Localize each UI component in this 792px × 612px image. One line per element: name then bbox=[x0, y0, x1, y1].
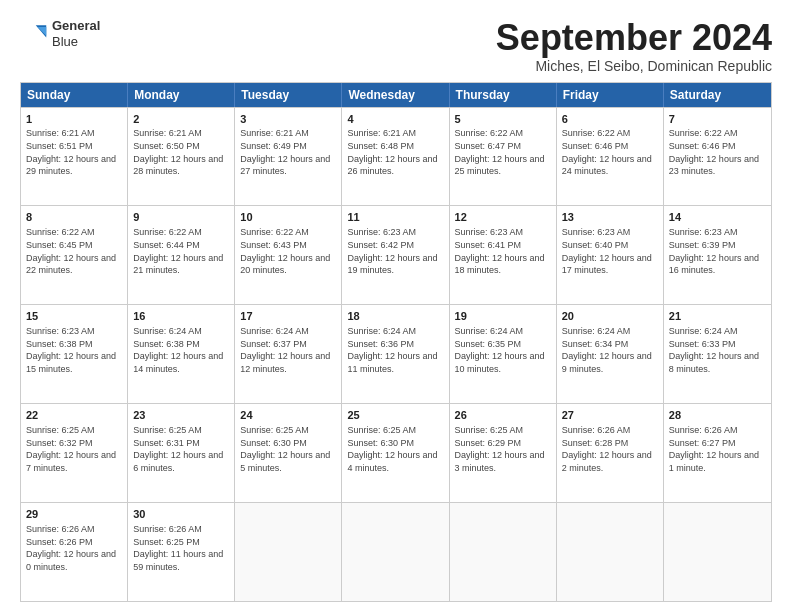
cal-cell-r2c3: 18Sunrise: 6:24 AM Sunset: 6:36 PM Dayli… bbox=[342, 305, 449, 403]
cal-cell-r4c1: 30Sunrise: 6:26 AM Sunset: 6:25 PM Dayli… bbox=[128, 503, 235, 601]
day-info: Sunrise: 6:25 AM Sunset: 6:30 PM Dayligh… bbox=[240, 424, 336, 474]
day-number: 30 bbox=[133, 507, 229, 522]
day-info: Sunrise: 6:23 AM Sunset: 6:41 PM Dayligh… bbox=[455, 226, 551, 276]
logo-line2: Blue bbox=[52, 34, 100, 50]
header-day-thursday: Thursday bbox=[450, 83, 557, 107]
day-number: 25 bbox=[347, 408, 443, 423]
cal-cell-r2c6: 21Sunrise: 6:24 AM Sunset: 6:33 PM Dayli… bbox=[664, 305, 771, 403]
header-day-tuesday: Tuesday bbox=[235, 83, 342, 107]
cal-cell-r3c3: 25Sunrise: 6:25 AM Sunset: 6:30 PM Dayli… bbox=[342, 404, 449, 502]
day-info: Sunrise: 6:22 AM Sunset: 6:46 PM Dayligh… bbox=[669, 127, 766, 177]
page-header: General Blue September 2024 Miches, El S… bbox=[20, 18, 772, 74]
logo-text: General Blue bbox=[52, 18, 100, 49]
calendar-row-3: 22Sunrise: 6:25 AM Sunset: 6:32 PM Dayli… bbox=[21, 403, 771, 502]
day-number: 29 bbox=[26, 507, 122, 522]
cal-cell-r0c4: 5Sunrise: 6:22 AM Sunset: 6:47 PM Daylig… bbox=[450, 108, 557, 206]
cal-cell-r1c0: 8Sunrise: 6:22 AM Sunset: 6:45 PM Daylig… bbox=[21, 206, 128, 304]
calendar-body: 1Sunrise: 6:21 AM Sunset: 6:51 PM Daylig… bbox=[21, 107, 771, 601]
calendar-row-4: 29Sunrise: 6:26 AM Sunset: 6:26 PM Dayli… bbox=[21, 502, 771, 601]
calendar-row-2: 15Sunrise: 6:23 AM Sunset: 6:38 PM Dayli… bbox=[21, 304, 771, 403]
cal-cell-r1c6: 14Sunrise: 6:23 AM Sunset: 6:39 PM Dayli… bbox=[664, 206, 771, 304]
header-day-sunday: Sunday bbox=[21, 83, 128, 107]
day-info: Sunrise: 6:23 AM Sunset: 6:42 PM Dayligh… bbox=[347, 226, 443, 276]
day-info: Sunrise: 6:24 AM Sunset: 6:33 PM Dayligh… bbox=[669, 325, 766, 375]
cal-cell-r3c0: 22Sunrise: 6:25 AM Sunset: 6:32 PM Dayli… bbox=[21, 404, 128, 502]
month-title: September 2024 bbox=[496, 18, 772, 58]
day-number: 26 bbox=[455, 408, 551, 423]
day-info: Sunrise: 6:21 AM Sunset: 6:48 PM Dayligh… bbox=[347, 127, 443, 177]
cal-cell-r1c1: 9Sunrise: 6:22 AM Sunset: 6:44 PM Daylig… bbox=[128, 206, 235, 304]
header-day-friday: Friday bbox=[557, 83, 664, 107]
day-number: 28 bbox=[669, 408, 766, 423]
day-number: 15 bbox=[26, 309, 122, 324]
location-subtitle: Miches, El Seibo, Dominican Republic bbox=[496, 58, 772, 74]
day-info: Sunrise: 6:23 AM Sunset: 6:39 PM Dayligh… bbox=[669, 226, 766, 276]
cal-cell-r2c2: 17Sunrise: 6:24 AM Sunset: 6:37 PM Dayli… bbox=[235, 305, 342, 403]
cal-cell-r3c5: 27Sunrise: 6:26 AM Sunset: 6:28 PM Dayli… bbox=[557, 404, 664, 502]
cal-cell-r0c1: 2Sunrise: 6:21 AM Sunset: 6:50 PM Daylig… bbox=[128, 108, 235, 206]
day-number: 8 bbox=[26, 210, 122, 225]
day-number: 16 bbox=[133, 309, 229, 324]
day-info: Sunrise: 6:22 AM Sunset: 6:44 PM Dayligh… bbox=[133, 226, 229, 276]
cal-cell-r1c5: 13Sunrise: 6:23 AM Sunset: 6:40 PM Dayli… bbox=[557, 206, 664, 304]
day-info: Sunrise: 6:21 AM Sunset: 6:49 PM Dayligh… bbox=[240, 127, 336, 177]
day-info: Sunrise: 6:26 AM Sunset: 6:26 PM Dayligh… bbox=[26, 523, 122, 573]
cal-cell-r4c0: 29Sunrise: 6:26 AM Sunset: 6:26 PM Dayli… bbox=[21, 503, 128, 601]
title-block: September 2024 Miches, El Seibo, Dominic… bbox=[496, 18, 772, 74]
day-info: Sunrise: 6:22 AM Sunset: 6:45 PM Dayligh… bbox=[26, 226, 122, 276]
cal-cell-r0c0: 1Sunrise: 6:21 AM Sunset: 6:51 PM Daylig… bbox=[21, 108, 128, 206]
cal-cell-r2c4: 19Sunrise: 6:24 AM Sunset: 6:35 PM Dayli… bbox=[450, 305, 557, 403]
day-info: Sunrise: 6:24 AM Sunset: 6:35 PM Dayligh… bbox=[455, 325, 551, 375]
calendar-header: SundayMondayTuesdayWednesdayThursdayFrid… bbox=[21, 83, 771, 107]
day-info: Sunrise: 6:21 AM Sunset: 6:51 PM Dayligh… bbox=[26, 127, 122, 177]
day-number: 11 bbox=[347, 210, 443, 225]
day-number: 17 bbox=[240, 309, 336, 324]
day-number: 10 bbox=[240, 210, 336, 225]
cal-cell-r4c3 bbox=[342, 503, 449, 601]
day-number: 14 bbox=[669, 210, 766, 225]
cal-cell-r3c4: 26Sunrise: 6:25 AM Sunset: 6:29 PM Dayli… bbox=[450, 404, 557, 502]
calendar: SundayMondayTuesdayWednesdayThursdayFrid… bbox=[20, 82, 772, 602]
cal-cell-r0c6: 7Sunrise: 6:22 AM Sunset: 6:46 PM Daylig… bbox=[664, 108, 771, 206]
day-info: Sunrise: 6:23 AM Sunset: 6:38 PM Dayligh… bbox=[26, 325, 122, 375]
day-info: Sunrise: 6:26 AM Sunset: 6:25 PM Dayligh… bbox=[133, 523, 229, 573]
cal-cell-r2c1: 16Sunrise: 6:24 AM Sunset: 6:38 PM Dayli… bbox=[128, 305, 235, 403]
header-day-saturday: Saturday bbox=[664, 83, 771, 107]
calendar-row-1: 8Sunrise: 6:22 AM Sunset: 6:45 PM Daylig… bbox=[21, 205, 771, 304]
cal-cell-r4c6 bbox=[664, 503, 771, 601]
calendar-page: General Blue September 2024 Miches, El S… bbox=[0, 0, 792, 612]
calendar-row-0: 1Sunrise: 6:21 AM Sunset: 6:51 PM Daylig… bbox=[21, 107, 771, 206]
day-info: Sunrise: 6:26 AM Sunset: 6:27 PM Dayligh… bbox=[669, 424, 766, 474]
day-info: Sunrise: 6:25 AM Sunset: 6:29 PM Dayligh… bbox=[455, 424, 551, 474]
day-info: Sunrise: 6:22 AM Sunset: 6:46 PM Dayligh… bbox=[562, 127, 658, 177]
day-number: 2 bbox=[133, 112, 229, 127]
day-info: Sunrise: 6:25 AM Sunset: 6:30 PM Dayligh… bbox=[347, 424, 443, 474]
day-number: 18 bbox=[347, 309, 443, 324]
day-number: 24 bbox=[240, 408, 336, 423]
day-info: Sunrise: 6:22 AM Sunset: 6:47 PM Dayligh… bbox=[455, 127, 551, 177]
day-number: 7 bbox=[669, 112, 766, 127]
day-number: 13 bbox=[562, 210, 658, 225]
day-number: 19 bbox=[455, 309, 551, 324]
cal-cell-r3c6: 28Sunrise: 6:26 AM Sunset: 6:27 PM Dayli… bbox=[664, 404, 771, 502]
header-day-wednesday: Wednesday bbox=[342, 83, 449, 107]
day-info: Sunrise: 6:25 AM Sunset: 6:31 PM Dayligh… bbox=[133, 424, 229, 474]
cal-cell-r4c4 bbox=[450, 503, 557, 601]
logo-line1: General bbox=[52, 18, 100, 34]
cal-cell-r0c2: 3Sunrise: 6:21 AM Sunset: 6:49 PM Daylig… bbox=[235, 108, 342, 206]
day-info: Sunrise: 6:24 AM Sunset: 6:37 PM Dayligh… bbox=[240, 325, 336, 375]
day-number: 20 bbox=[562, 309, 658, 324]
cal-cell-r3c1: 23Sunrise: 6:25 AM Sunset: 6:31 PM Dayli… bbox=[128, 404, 235, 502]
logo: General Blue bbox=[20, 18, 100, 49]
cal-cell-r2c0: 15Sunrise: 6:23 AM Sunset: 6:38 PM Dayli… bbox=[21, 305, 128, 403]
day-info: Sunrise: 6:22 AM Sunset: 6:43 PM Dayligh… bbox=[240, 226, 336, 276]
day-number: 23 bbox=[133, 408, 229, 423]
day-info: Sunrise: 6:24 AM Sunset: 6:38 PM Dayligh… bbox=[133, 325, 229, 375]
cal-cell-r0c5: 6Sunrise: 6:22 AM Sunset: 6:46 PM Daylig… bbox=[557, 108, 664, 206]
day-number: 27 bbox=[562, 408, 658, 423]
cal-cell-r1c2: 10Sunrise: 6:22 AM Sunset: 6:43 PM Dayli… bbox=[235, 206, 342, 304]
logo-icon bbox=[20, 20, 48, 48]
day-number: 3 bbox=[240, 112, 336, 127]
cal-cell-r3c2: 24Sunrise: 6:25 AM Sunset: 6:30 PM Dayli… bbox=[235, 404, 342, 502]
day-number: 4 bbox=[347, 112, 443, 127]
